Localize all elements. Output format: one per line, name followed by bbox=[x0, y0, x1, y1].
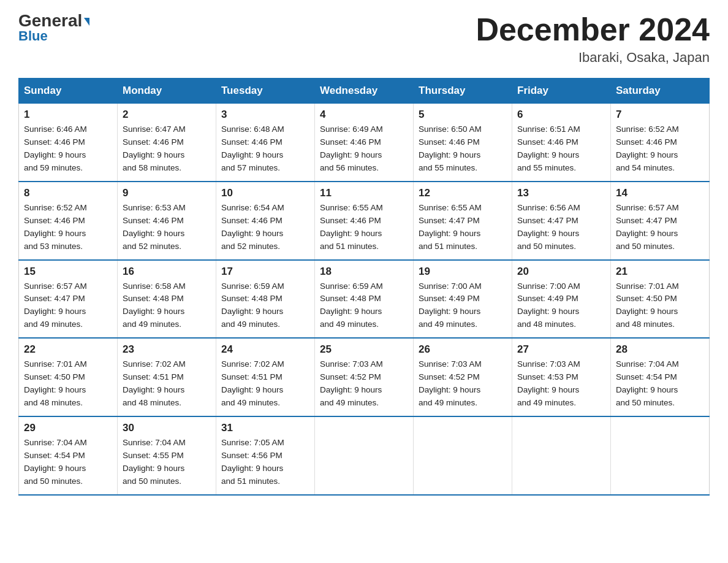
calendar-day-cell: 17Sunrise: 6:59 AMSunset: 4:48 PMDayligh… bbox=[216, 260, 315, 339]
calendar-day-cell: 27Sunrise: 7:03 AMSunset: 4:53 PMDayligh… bbox=[512, 338, 611, 416]
day-number: 25 bbox=[320, 343, 408, 356]
day-info: Sunrise: 7:03 AMSunset: 4:52 PMDaylight:… bbox=[419, 358, 507, 410]
day-info: Sunrise: 6:46 AMSunset: 4:46 PMDaylight:… bbox=[24, 123, 112, 175]
day-info: Sunrise: 7:04 AMSunset: 4:55 PMDaylight:… bbox=[123, 437, 211, 488]
day-number: 9 bbox=[123, 187, 211, 199]
day-number: 6 bbox=[517, 109, 605, 121]
calendar-week-row: 8Sunrise: 6:52 AMSunset: 4:46 PMDaylight… bbox=[19, 182, 710, 260]
calendar-day-cell: 9Sunrise: 6:53 AMSunset: 4:46 PMDaylight… bbox=[118, 182, 216, 260]
calendar-day-cell: 7Sunrise: 6:52 AMSunset: 4:46 PMDaylight… bbox=[611, 104, 710, 182]
calendar-day-cell: 29Sunrise: 7:04 AMSunset: 4:54 PMDayligh… bbox=[19, 416, 118, 495]
day-number: 22 bbox=[24, 343, 112, 356]
calendar-day-cell: 8Sunrise: 6:52 AMSunset: 4:46 PMDaylight… bbox=[19, 182, 118, 260]
day-number: 12 bbox=[419, 187, 507, 199]
day-number: 27 bbox=[517, 343, 605, 356]
day-number: 21 bbox=[616, 266, 704, 278]
day-info: Sunrise: 6:49 AMSunset: 4:46 PMDaylight:… bbox=[320, 123, 408, 175]
calendar-day-cell: 13Sunrise: 6:56 AMSunset: 4:47 PMDayligh… bbox=[512, 182, 611, 260]
calendar-day-cell bbox=[611, 416, 710, 495]
weekday-header: Wednesday bbox=[315, 79, 414, 104]
calendar-week-row: 1Sunrise: 6:46 AMSunset: 4:46 PMDaylight… bbox=[19, 104, 710, 182]
calendar-day-cell: 5Sunrise: 6:50 AMSunset: 4:46 PMDaylight… bbox=[414, 104, 512, 182]
calendar-day-cell: 1Sunrise: 6:46 AMSunset: 4:46 PMDaylight… bbox=[19, 104, 118, 182]
day-number: 23 bbox=[123, 343, 211, 356]
calendar-day-cell: 12Sunrise: 6:55 AMSunset: 4:47 PMDayligh… bbox=[414, 182, 512, 260]
calendar-table: SundayMondayTuesdayWednesdayThursdayFrid… bbox=[18, 78, 710, 495]
weekday-header: Friday bbox=[512, 79, 611, 104]
page-header: General Blue December 2024 Ibaraki, Osak… bbox=[18, 12, 710, 66]
calendar-subtitle: Ibaraki, Osaka, Japan bbox=[476, 50, 710, 66]
calendar-day-cell: 21Sunrise: 7:01 AMSunset: 4:50 PMDayligh… bbox=[611, 260, 710, 339]
day-number: 15 bbox=[24, 266, 112, 278]
calendar-day-cell: 10Sunrise: 6:54 AMSunset: 4:46 PMDayligh… bbox=[216, 182, 315, 260]
calendar-week-row: 29Sunrise: 7:04 AMSunset: 4:54 PMDayligh… bbox=[19, 416, 710, 495]
day-info: Sunrise: 7:04 AMSunset: 4:54 PMDaylight:… bbox=[616, 358, 704, 410]
calendar-week-row: 15Sunrise: 6:57 AMSunset: 4:47 PMDayligh… bbox=[19, 260, 710, 339]
day-info: Sunrise: 6:50 AMSunset: 4:46 PMDaylight:… bbox=[419, 123, 507, 175]
day-number: 18 bbox=[320, 266, 408, 278]
day-number: 8 bbox=[24, 187, 112, 199]
day-info: Sunrise: 7:02 AMSunset: 4:51 PMDaylight:… bbox=[123, 358, 211, 410]
title-block: December 2024 Ibaraki, Osaka, Japan bbox=[476, 12, 710, 66]
calendar-day-cell bbox=[414, 416, 512, 495]
day-info: Sunrise: 7:01 AMSunset: 4:50 PMDaylight:… bbox=[24, 358, 112, 410]
calendar-day-cell: 23Sunrise: 7:02 AMSunset: 4:51 PMDayligh… bbox=[118, 338, 216, 416]
day-number: 2 bbox=[123, 109, 211, 121]
weekday-header: Thursday bbox=[414, 79, 512, 104]
day-info: Sunrise: 6:57 AMSunset: 4:47 PMDaylight:… bbox=[24, 280, 112, 332]
calendar-day-cell: 2Sunrise: 6:47 AMSunset: 4:46 PMDaylight… bbox=[118, 104, 216, 182]
day-info: Sunrise: 7:04 AMSunset: 4:54 PMDaylight:… bbox=[24, 437, 112, 488]
day-info: Sunrise: 6:55 AMSunset: 4:47 PMDaylight:… bbox=[419, 202, 507, 253]
day-number: 20 bbox=[517, 266, 605, 278]
day-number: 24 bbox=[221, 343, 309, 356]
day-number: 10 bbox=[221, 187, 309, 199]
day-number: 13 bbox=[517, 187, 605, 199]
calendar-day-cell: 16Sunrise: 6:58 AMSunset: 4:48 PMDayligh… bbox=[118, 260, 216, 339]
calendar-day-cell: 20Sunrise: 7:00 AMSunset: 4:49 PMDayligh… bbox=[512, 260, 611, 339]
calendar-day-cell bbox=[512, 416, 611, 495]
calendar-day-cell: 22Sunrise: 7:01 AMSunset: 4:50 PMDayligh… bbox=[19, 338, 118, 416]
day-number: 5 bbox=[419, 109, 507, 121]
calendar-day-cell: 14Sunrise: 6:57 AMSunset: 4:47 PMDayligh… bbox=[611, 182, 710, 260]
day-info: Sunrise: 7:01 AMSunset: 4:50 PMDaylight:… bbox=[616, 280, 704, 332]
day-info: Sunrise: 6:58 AMSunset: 4:48 PMDaylight:… bbox=[123, 280, 211, 332]
calendar-title: December 2024 bbox=[476, 12, 710, 47]
day-number: 19 bbox=[419, 266, 507, 278]
day-info: Sunrise: 6:59 AMSunset: 4:48 PMDaylight:… bbox=[221, 280, 309, 332]
day-info: Sunrise: 6:59 AMSunset: 4:48 PMDaylight:… bbox=[320, 280, 408, 332]
weekday-header-row: SundayMondayTuesdayWednesdayThursdayFrid… bbox=[19, 79, 710, 104]
calendar-day-cell: 25Sunrise: 7:03 AMSunset: 4:52 PMDayligh… bbox=[315, 338, 414, 416]
day-number: 4 bbox=[320, 109, 408, 121]
day-info: Sunrise: 6:52 AMSunset: 4:46 PMDaylight:… bbox=[24, 202, 112, 253]
calendar-day-cell: 15Sunrise: 6:57 AMSunset: 4:47 PMDayligh… bbox=[19, 260, 118, 339]
day-number: 11 bbox=[320, 187, 408, 199]
calendar-day-cell: 28Sunrise: 7:04 AMSunset: 4:54 PMDayligh… bbox=[611, 338, 710, 416]
day-number: 26 bbox=[419, 343, 507, 356]
day-info: Sunrise: 7:00 AMSunset: 4:49 PMDaylight:… bbox=[517, 280, 605, 332]
day-info: Sunrise: 7:05 AMSunset: 4:56 PMDaylight:… bbox=[221, 437, 309, 488]
day-info: Sunrise: 7:02 AMSunset: 4:51 PMDaylight:… bbox=[221, 358, 309, 410]
day-number: 31 bbox=[221, 422, 309, 434]
day-info: Sunrise: 7:03 AMSunset: 4:53 PMDaylight:… bbox=[517, 358, 605, 410]
day-info: Sunrise: 6:56 AMSunset: 4:47 PMDaylight:… bbox=[517, 202, 605, 253]
day-number: 3 bbox=[221, 109, 309, 121]
day-number: 28 bbox=[616, 343, 704, 356]
day-info: Sunrise: 6:53 AMSunset: 4:46 PMDaylight:… bbox=[123, 202, 211, 253]
day-info: Sunrise: 6:57 AMSunset: 4:47 PMDaylight:… bbox=[616, 202, 704, 253]
day-number: 7 bbox=[616, 109, 704, 121]
weekday-header: Sunday bbox=[19, 79, 118, 104]
calendar-day-cell: 4Sunrise: 6:49 AMSunset: 4:46 PMDaylight… bbox=[315, 104, 414, 182]
logo: General Blue bbox=[18, 12, 89, 44]
day-number: 30 bbox=[123, 422, 211, 434]
day-info: Sunrise: 6:54 AMSunset: 4:46 PMDaylight:… bbox=[221, 202, 309, 253]
day-info: Sunrise: 6:51 AMSunset: 4:46 PMDaylight:… bbox=[517, 123, 605, 175]
day-number: 1 bbox=[24, 109, 112, 121]
calendar-day-cell: 11Sunrise: 6:55 AMSunset: 4:46 PMDayligh… bbox=[315, 182, 414, 260]
day-number: 16 bbox=[123, 266, 211, 278]
day-info: Sunrise: 6:55 AMSunset: 4:46 PMDaylight:… bbox=[320, 202, 408, 253]
day-info: Sunrise: 6:52 AMSunset: 4:46 PMDaylight:… bbox=[616, 123, 704, 175]
day-info: Sunrise: 7:00 AMSunset: 4:49 PMDaylight:… bbox=[419, 280, 507, 332]
day-info: Sunrise: 6:48 AMSunset: 4:46 PMDaylight:… bbox=[221, 123, 309, 175]
day-number: 17 bbox=[221, 266, 309, 278]
calendar-day-cell: 3Sunrise: 6:48 AMSunset: 4:46 PMDaylight… bbox=[216, 104, 315, 182]
